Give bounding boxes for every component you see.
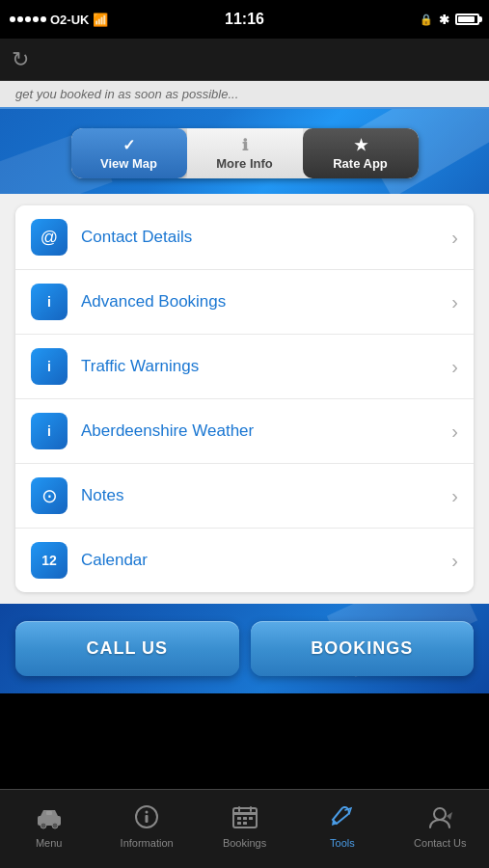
battery-icon	[455, 14, 479, 25]
refresh-icon[interactable]: ↻	[12, 47, 29, 72]
contact-details-icon: @	[31, 219, 68, 256]
svg-point-5	[146, 810, 149, 813]
calendar-icon: 12	[31, 542, 68, 579]
tab-bookings[interactable]: Bookings	[196, 790, 293, 868]
list-item-notes[interactable]: ⊙ Notes ›	[15, 464, 474, 529]
svg-rect-8	[233, 812, 257, 815]
tab-bar: Menu Information Booki	[0, 789, 489, 868]
status-right: 🔒 ✱	[420, 13, 479, 27]
svg-point-16	[434, 808, 446, 820]
advanced-bookings-icon: i	[31, 284, 68, 320]
blue-banner: ✓ View Map ℹ More Info ★ Rate App	[0, 109, 489, 194]
svg-point-1	[41, 823, 46, 828]
information-icon	[132, 804, 161, 833]
chevron-icon: ›	[451, 485, 458, 507]
scroll-content-hint: get you booked in as soon as possible...	[0, 81, 489, 109]
menu-list: @ Contact Details › i Advanced Bookings …	[15, 205, 474, 592]
list-item-contact-details[interactable]: @ Contact Details ›	[15, 205, 474, 270]
signal-dots	[10, 16, 46, 22]
notes-label: Notes	[81, 486, 451, 505]
aberdeenshire-weather-label: Aberdeenshire Weather	[81, 421, 451, 441]
star-icon: ★	[354, 136, 367, 154]
svg-rect-13	[249, 817, 253, 820]
tab-information-label: Information	[121, 837, 174, 849]
contact-us-icon	[425, 804, 454, 833]
view-map-label: View Map	[100, 156, 157, 171]
calendar-label: Calendar	[81, 551, 451, 570]
aberdeenshire-weather-icon: i	[31, 413, 68, 449]
chevron-icon: ›	[451, 291, 458, 313]
list-item-aberdeenshire-weather[interactable]: i Aberdeenshire Weather ›	[15, 399, 474, 464]
tab-menu-label: Menu	[36, 837, 63, 849]
svg-rect-3	[46, 811, 52, 815]
carrier-label: O2-UK	[50, 13, 89, 27]
chevron-icon: ›	[451, 227, 458, 249]
chevron-icon: ›	[451, 420, 458, 443]
tab-contact-us-label: Contact Us	[414, 837, 466, 849]
tools-icon	[328, 804, 357, 833]
toolbar: ↻	[0, 39, 489, 81]
wifi-icon: 📶	[93, 13, 108, 27]
contact-details-label: Contact Details	[81, 228, 451, 247]
list-item-calendar[interactable]: 12 Calendar ›	[15, 529, 474, 592]
advanced-bookings-label: Advanced Bookings	[81, 292, 451, 312]
tab-information[interactable]: Information	[97, 790, 195, 868]
svg-rect-14	[237, 822, 241, 825]
tab-menu[interactable]: Menu	[0, 790, 97, 868]
svg-point-2	[52, 823, 58, 828]
tab-tools[interactable]: Tools	[293, 790, 391, 868]
tab-bookings-label: Bookings	[223, 837, 266, 849]
bookings-button[interactable]: BOOKINGS	[251, 621, 475, 676]
notes-icon: ⊙	[31, 477, 68, 514]
status-bar: O2-UK 📶 11:16 🔒 ✱	[0, 0, 489, 39]
svg-rect-6	[146, 815, 149, 823]
menu-icon	[35, 804, 64, 833]
status-left: O2-UK 📶	[10, 13, 108, 27]
more-info-label: More Info	[216, 156, 273, 171]
tab-view-map[interactable]: ✓ View Map	[71, 128, 187, 178]
svg-rect-15	[243, 822, 247, 825]
traffic-warnings-label: Traffic Warnings	[81, 357, 451, 376]
list-item-traffic-warnings[interactable]: i Traffic Warnings ›	[15, 335, 474, 399]
check-icon: ✓	[122, 136, 135, 154]
svg-rect-12	[243, 817, 247, 820]
chevron-icon: ›	[451, 550, 458, 572]
content-area: @ Contact Details › i Advanced Bookings …	[0, 194, 489, 604]
tab-tools-label: Tools	[330, 837, 355, 849]
tab-contact-us[interactable]: Contact Us	[392, 790, 489, 868]
traffic-warnings-icon: i	[31, 348, 68, 385]
svg-rect-11	[237, 817, 241, 820]
tab-rate-app[interactable]: ★ Rate App	[303, 128, 419, 178]
lock-icon: 🔒	[420, 14, 433, 26]
call-us-button[interactable]: CALL US	[15, 621, 239, 676]
tab-more-info[interactable]: ℹ More Info	[187, 128, 303, 178]
rate-app-label: Rate App	[333, 156, 388, 171]
bookings-icon	[231, 804, 259, 833]
bluetooth-icon: ✱	[439, 13, 449, 27]
chevron-icon: ›	[451, 356, 458, 378]
info-icon: ℹ	[242, 136, 248, 154]
cta-area: CALL US BOOKINGS	[0, 604, 489, 693]
status-time: 11:16	[225, 11, 264, 28]
segmented-control: ✓ View Map ℹ More Info ★ Rate App	[71, 128, 419, 178]
list-item-advanced-bookings[interactable]: i Advanced Bookings ›	[15, 270, 474, 335]
